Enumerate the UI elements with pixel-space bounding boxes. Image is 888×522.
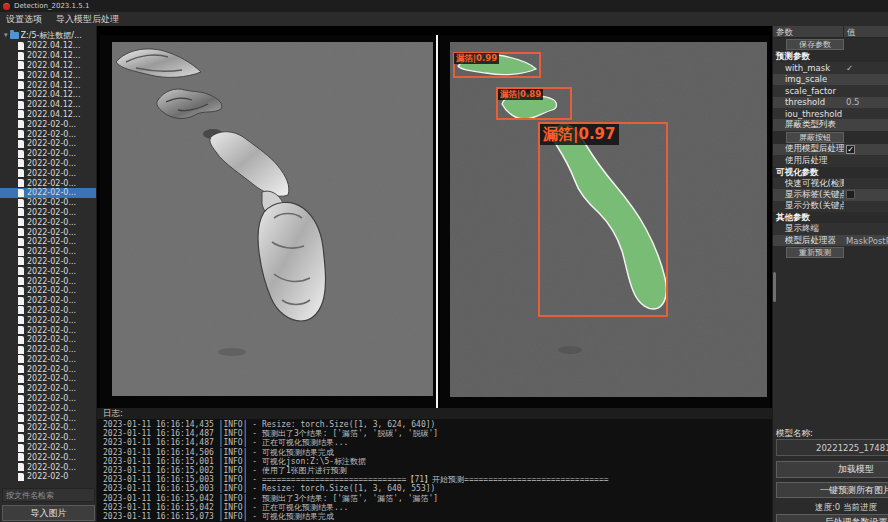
param-row-with_mask[interactable]: with_mask✓	[773, 62, 888, 73]
model-name-field[interactable]: 20221225_174813	[776, 439, 888, 456]
tree-item[interactable]: 2022-02-0...	[0, 364, 96, 374]
tree-item[interactable]: 2022-02-0...	[0, 119, 96, 129]
param-row-use-model-postprocess[interactable]: 使用模型后处理✓	[773, 144, 888, 155]
tree-item[interactable]: 2022-02-0...	[0, 325, 96, 335]
tree-item[interactable]: 2022-02-0...	[0, 462, 96, 472]
tree-item-label: 2022-02-0...	[27, 443, 76, 452]
mask-button[interactable]: 屏蔽按钮	[786, 132, 844, 143]
tree-item[interactable]: 2022-02-0...	[0, 374, 96, 384]
file-icon	[18, 179, 24, 187]
tree-item[interactable]: 2022-02-0...	[0, 237, 96, 247]
panel-splitter[interactable]	[436, 35, 438, 415]
menu-import-postprocess[interactable]: 导入模型后处理	[56, 13, 119, 26]
log-line: 2023-01-11 16:16:15,003 |INFO| - =======…	[103, 475, 772, 484]
checkbox-show-labels[interactable]	[846, 190, 855, 199]
param-row-show-labels[interactable]: 显示标签(关键点)	[773, 189, 888, 200]
tree-item[interactable]: 2022-02-0...	[0, 306, 96, 316]
tree-item[interactable]: 2022-02-0...	[0, 217, 96, 227]
postprocess-settings-button[interactable]: 后处理参数设置	[776, 514, 888, 522]
param-row-model-postprocessor[interactable]: 模型后处理器MaskPostPro	[773, 235, 888, 246]
tree-item[interactable]: 2022-02-0...	[0, 394, 96, 404]
file-tree[interactable]: ▾ Z:/5-标注数据/... 2022.04.12...2022.04.12.…	[0, 30, 96, 487]
tree-item[interactable]: 2022-02-0...	[0, 355, 96, 365]
tree-item[interactable]: 2022.04.12...	[0, 80, 96, 90]
tree-item[interactable]: 2022-02-0...	[0, 266, 96, 276]
tree-item-label: 2022-02-0...	[27, 374, 76, 383]
original-image-panel[interactable]	[100, 35, 436, 408]
load-model-button[interactable]: 加载模型	[776, 461, 888, 478]
tree-item[interactable]: 2022-02-0...	[0, 433, 96, 443]
tree-item[interactable]: 2022-02-0...	[0, 129, 96, 139]
tree-root[interactable]: ▾ Z:/5-标注数据/...	[0, 30, 96, 40]
tree-item[interactable]: 2022.04.12...	[0, 51, 96, 61]
params-scrollbar[interactable]	[773, 272, 776, 302]
tree-item[interactable]: 2022-02-0...	[0, 296, 96, 306]
tree-item[interactable]: 2022-02-0...	[0, 227, 96, 237]
import-images-button[interactable]: 导入图片	[2, 505, 95, 521]
tree-item[interactable]: 2022-02-0...	[0, 413, 96, 423]
tree-item[interactable]: 2022-02-0...	[0, 159, 96, 169]
file-icon	[18, 434, 24, 442]
file-icon	[18, 169, 24, 177]
tree-item[interactable]: 2022-02-0...	[0, 188, 96, 198]
tree-item[interactable]: 2022-02-0...	[0, 384, 96, 394]
prediction-image-panel[interactable]: 漏箔|0.99 漏箔|0.89 漏箔|0.97	[440, 35, 770, 408]
tree-item[interactable]: 2022-02-0...	[0, 247, 96, 257]
tree-item[interactable]: 2022.04.12...	[0, 90, 96, 100]
tree-item[interactable]: 2022-02-0	[0, 472, 96, 482]
tree-item[interactable]: 2022-02-0...	[0, 276, 96, 286]
param-row-img_scale[interactable]: img_scale	[773, 74, 888, 85]
tree-item[interactable]: 2022-02-0...	[0, 315, 96, 325]
tree-item[interactable]: 2022-02-0...	[0, 139, 96, 149]
predict-all-button[interactable]: 一键预测所有图片	[776, 482, 888, 498]
log-area[interactable]: 日志: 2023-01-11 16:16:14,435 |INFO| - Res…	[97, 408, 772, 522]
checkbox-use-model-postprocess[interactable]: ✓	[846, 145, 855, 154]
param-row-mask-type-list[interactable]: 屏蔽类型列表	[773, 119, 888, 130]
tree-item[interactable]: 2022-02-0...	[0, 345, 96, 355]
chevron-down-icon[interactable]: ▾	[4, 30, 8, 40]
menu-settings[interactable]: 设置选项	[6, 13, 42, 26]
tree-item[interactable]: 2022-02-0...	[0, 423, 96, 433]
param-label: with_mask	[773, 63, 844, 73]
tree-item-label: 2022-02-0...	[27, 149, 76, 158]
prediction-image[interactable]: 漏箔|0.99 漏箔|0.89 漏箔|0.97	[450, 42, 767, 397]
param-row-scale_factor[interactable]: scale_factor	[773, 85, 888, 96]
param-row-use-postprocess[interactable]: 使用后处理	[773, 155, 888, 166]
tree-item[interactable]: 2022.04.12...	[0, 61, 96, 71]
file-icon	[18, 267, 24, 275]
param-row-fast-visualize[interactable]: 快速可视化(检测)	[773, 178, 888, 189]
file-icon	[18, 355, 24, 363]
tree-item[interactable]: 2022-02-0...	[0, 403, 96, 413]
param-row-show-terminal[interactable]: 显示终端	[773, 223, 888, 234]
tree-item[interactable]: 2022-02-0...	[0, 149, 96, 159]
tree-item[interactable]: 2022-02-0...	[0, 168, 96, 178]
save-params-button[interactable]: 保存参数	[786, 39, 844, 50]
tree-item[interactable]: 2022-02-0...	[0, 198, 96, 208]
tree-item[interactable]: 2022.04.12...	[0, 70, 96, 80]
param-label: iou_threshold	[773, 109, 844, 119]
tree-item-label: 2022-02-0...	[27, 365, 76, 374]
param-row-show-scores[interactable]: 显示分数(关键点)	[773, 201, 888, 212]
original-image[interactable]	[112, 42, 433, 396]
param-row-iou_threshold[interactable]: iou_threshold	[773, 108, 888, 119]
tree-item[interactable]: 2022.04.12...	[0, 100, 96, 110]
tree-item[interactable]: 2022-02-0...	[0, 452, 96, 462]
tree-item-label: 2022-02-0...	[27, 423, 76, 432]
param-row-threshold[interactable]: threshold0.5	[773, 97, 888, 108]
filename-search-input[interactable]	[2, 488, 95, 502]
tree-item-label: 2022-02-0...	[27, 130, 76, 139]
tree-item[interactable]: 2022-02-0...	[0, 286, 96, 296]
log-lines: 2023-01-11 16:16:14,435 |INFO| - Resize:…	[97, 419, 772, 521]
tree-item[interactable]: 2022-02-0...	[0, 335, 96, 345]
tree-item-label: 2022-02-0...	[27, 208, 76, 217]
file-icon	[18, 130, 24, 138]
re-predict-button[interactable]: 重新预测	[786, 247, 844, 258]
tree-item[interactable]: 2022-02-0...	[0, 178, 96, 188]
tree-item[interactable]: 2022.04.12...	[0, 110, 96, 120]
tree-item[interactable]: 2022-02-0...	[0, 257, 96, 267]
param-label: 显示终端	[773, 223, 844, 235]
tree-item[interactable]: 2022.04.12...	[0, 41, 96, 51]
tree-item-label: 2022-02-0...	[27, 335, 76, 344]
tree-item[interactable]: 2022-02-0...	[0, 443, 96, 453]
tree-item[interactable]: 2022-02-0...	[0, 208, 96, 218]
